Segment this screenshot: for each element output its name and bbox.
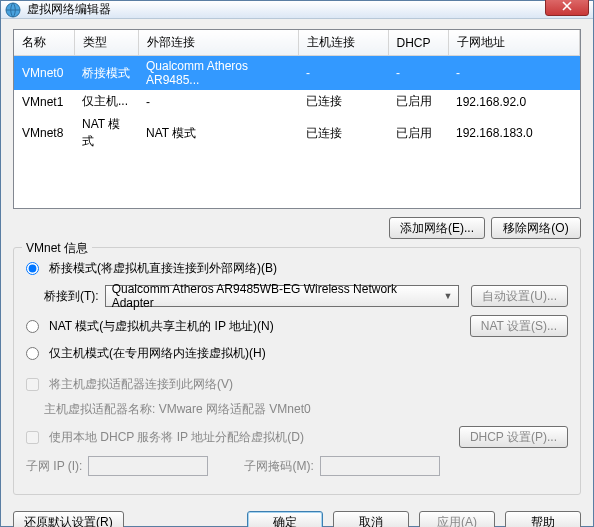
cell-name: VMnet0 — [14, 56, 74, 91]
ok-button[interactable]: 确定 — [247, 511, 323, 527]
footer: 还原默认设置(R) 确定 取消 应用(A) 帮助 — [1, 503, 593, 527]
bridge-to-label: 桥接到(T): — [44, 288, 99, 305]
close-button[interactable] — [545, 0, 589, 16]
add-network-button[interactable]: 添加网络(E)... — [389, 217, 485, 239]
bridge-mode-radio[interactable] — [26, 262, 39, 275]
subnet-mask-label: 子网掩码(M): — [244, 458, 313, 475]
nat-mode-label[interactable]: NAT 模式(与虚拟机共享主机的 IP 地址)(N) — [49, 318, 274, 335]
cell-host: - — [298, 56, 388, 91]
dhcp-settings-button[interactable]: DHCP 设置(P)... — [459, 426, 568, 448]
titlebar: 虚拟网络编辑器 — [1, 1, 593, 19]
col-host[interactable]: 主机连接 — [298, 30, 388, 56]
hostonly-mode-row: 仅主机模式(在专用网络内连接虚拟机)(H) — [26, 345, 568, 362]
cell-dhcp: 已启用 — [388, 90, 448, 113]
hostonly-mode-radio[interactable] — [26, 347, 39, 360]
bridge-to-row: 桥接到(T): Qualcomm Atheros AR9485WB-EG Wir… — [44, 285, 568, 307]
virtual-network-editor-window: 虚拟网络编辑器 名称 类型 外部连接 主机连接 DHCP 子网地址 VMnet0… — [0, 0, 594, 527]
use-dhcp-checkbox[interactable] — [26, 431, 39, 444]
use-dhcp-label: 使用本地 DHCP 服务将 IP 地址分配给虚拟机(D) — [49, 429, 304, 446]
vmnet-info-fieldset: VMnet 信息 桥接模式(将虚拟机直接连接到外部网络)(B) 桥接到(T): … — [13, 247, 581, 495]
subnet-ip-input[interactable] — [88, 456, 208, 476]
table-row[interactable]: VMnet1仅主机...-已连接已启用192.168.92.0 — [14, 90, 580, 113]
cell-host: 已连接 — [298, 113, 388, 153]
cell-type: 仅主机... — [74, 90, 138, 113]
host-adapter-name-row: 主机虚拟适配器名称: VMware 网络适配器 VMnet0 — [44, 401, 568, 418]
cell-name: VMnet1 — [14, 90, 74, 113]
host-adapter-name-label: 主机虚拟适配器名称: VMware 网络适配器 VMnet0 — [44, 401, 311, 418]
bridge-mode-row: 桥接模式(将虚拟机直接连接到外部网络)(B) — [26, 260, 568, 277]
help-button[interactable]: 帮助 — [505, 511, 581, 527]
auto-settings-button[interactable]: 自动设置(U)... — [471, 285, 568, 307]
networks-table-container: 名称 类型 外部连接 主机连接 DHCP 子网地址 VMnet0桥接模式Qual… — [13, 29, 581, 209]
connect-host-checkbox[interactable] — [26, 378, 39, 391]
connect-host-label: 将主机虚拟适配器连接到此网络(V) — [49, 376, 233, 393]
table-header-row: 名称 类型 外部连接 主机连接 DHCP 子网地址 — [14, 30, 580, 56]
col-subnet[interactable]: 子网地址 — [448, 30, 580, 56]
cell-subnet: - — [448, 56, 580, 91]
nat-settings-button[interactable]: NAT 设置(S)... — [470, 315, 568, 337]
table-row[interactable]: VMnet8NAT 模式NAT 模式已连接已启用192.168.183.0 — [14, 113, 580, 153]
cell-dhcp: 已启用 — [388, 113, 448, 153]
cell-subnet: 192.168.92.0 — [448, 90, 580, 113]
vmnet-info-title: VMnet 信息 — [22, 240, 92, 257]
remove-network-button[interactable]: 移除网络(O) — [491, 217, 581, 239]
cell-subnet: 192.168.183.0 — [448, 113, 580, 153]
subnet-mask-input[interactable] — [320, 456, 440, 476]
table-row[interactable]: VMnet0桥接模式Qualcomm Atheros AR9485...--- — [14, 56, 580, 91]
cell-ext: - — [138, 90, 298, 113]
col-ext[interactable]: 外部连接 — [138, 30, 298, 56]
hostonly-mode-label[interactable]: 仅主机模式(在专用网络内连接虚拟机)(H) — [49, 345, 266, 362]
nat-mode-row: NAT 模式(与虚拟机共享主机的 IP 地址)(N) NAT 设置(S)... — [26, 315, 568, 337]
bridge-adapter-select[interactable]: Qualcomm Atheros AR9485WB-EG Wireless Ne… — [105, 285, 460, 307]
table-buttons-row: 添加网络(E)... 移除网络(O) — [13, 217, 581, 239]
bridge-adapter-value: Qualcomm Atheros AR9485WB-EG Wireless Ne… — [112, 282, 439, 310]
window-title: 虚拟网络编辑器 — [27, 1, 545, 18]
subnet-ip-label: 子网 IP (I): — [26, 458, 82, 475]
apply-button[interactable]: 应用(A) — [419, 511, 495, 527]
cell-ext: NAT 模式 — [138, 113, 298, 153]
cell-ext: Qualcomm Atheros AR9485... — [138, 56, 298, 91]
cell-name: VMnet8 — [14, 113, 74, 153]
cell-type: 桥接模式 — [74, 56, 138, 91]
restore-defaults-button[interactable]: 还原默认设置(R) — [13, 511, 124, 527]
app-icon — [5, 2, 21, 18]
cell-type: NAT 模式 — [74, 113, 138, 153]
subnet-row: 子网 IP (I): 子网掩码(M): — [26, 456, 568, 476]
cell-host: 已连接 — [298, 90, 388, 113]
col-type[interactable]: 类型 — [74, 30, 138, 56]
col-name[interactable]: 名称 — [14, 30, 74, 56]
cell-dhcp: - — [388, 56, 448, 91]
cancel-button[interactable]: 取消 — [333, 511, 409, 527]
col-dhcp[interactable]: DHCP — [388, 30, 448, 56]
bridge-mode-label[interactable]: 桥接模式(将虚拟机直接连接到外部网络)(B) — [49, 260, 277, 277]
connect-host-row: 将主机虚拟适配器连接到此网络(V) — [26, 376, 568, 393]
nat-mode-radio[interactable] — [26, 320, 39, 333]
use-dhcp-row: 使用本地 DHCP 服务将 IP 地址分配给虚拟机(D) DHCP 设置(P).… — [26, 426, 568, 448]
content-area: 名称 类型 外部连接 主机连接 DHCP 子网地址 VMnet0桥接模式Qual… — [1, 19, 593, 503]
networks-table[interactable]: 名称 类型 外部连接 主机连接 DHCP 子网地址 VMnet0桥接模式Qual… — [14, 30, 580, 153]
